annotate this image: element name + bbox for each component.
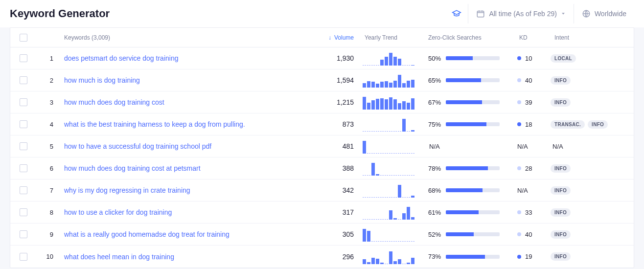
keyword-link[interactable]: what is a really good homemadse dog trea… bbox=[64, 230, 230, 238]
row-select-cell bbox=[10, 76, 37, 84]
intent-tag: LOCAL bbox=[551, 54, 576, 63]
volume-value: 873 bbox=[288, 120, 361, 128]
trend-sparkline bbox=[361, 161, 424, 176]
keyword-cell: what is a really good homemadse dog trea… bbox=[60, 230, 288, 238]
select-all-checkbox[interactable] bbox=[20, 34, 27, 42]
table-header: Keywords (3,009) ↓ Volume Yearly Trend Z… bbox=[10, 28, 634, 47]
kd-value: 40 bbox=[525, 231, 532, 238]
row-checkbox[interactable] bbox=[20, 54, 27, 62]
kd-value: 33 bbox=[525, 209, 532, 216]
sort-desc-icon: ↓ bbox=[328, 34, 331, 41]
row-checkbox[interactable] bbox=[20, 142, 27, 150]
zeroclick-bar bbox=[446, 210, 500, 214]
region-picker[interactable]: Worldwide bbox=[574, 0, 634, 27]
volume-value: 305 bbox=[288, 230, 361, 238]
kd-value: 19 bbox=[525, 253, 532, 260]
zeroclick-cell: 75% bbox=[424, 121, 515, 128]
keyword-link[interactable]: how much does dog training cost bbox=[64, 98, 164, 106]
kd-value: 28 bbox=[525, 165, 532, 172]
table-row: 6how much does dog training cost at pets… bbox=[10, 157, 634, 179]
intent-cell: TRANSAC.INFO bbox=[551, 120, 634, 129]
kd-cell: 10 bbox=[515, 55, 551, 62]
date-range-picker[interactable]: All time (As of Feb 29) bbox=[468, 0, 574, 27]
row-checkbox[interactable] bbox=[20, 253, 27, 261]
page-header: Keyword Generator All time (As of Feb 29… bbox=[0, 0, 644, 27]
zeroclick-pct: 75% bbox=[424, 121, 441, 128]
volume-value: 1,930 bbox=[288, 54, 361, 62]
row-checkbox[interactable] bbox=[20, 230, 27, 238]
keyword-cell: how to use a clicker for dog training bbox=[60, 208, 288, 216]
zeroclick-pct: 67% bbox=[424, 99, 441, 106]
zeroclick-pct: 50% bbox=[424, 55, 441, 62]
intent-cell: INFO bbox=[551, 252, 634, 261]
col-volume[interactable]: ↓ Volume bbox=[288, 34, 361, 41]
zeroclick-bar bbox=[446, 188, 500, 192]
zeroclick-pct: 73% bbox=[424, 253, 441, 260]
row-checkbox[interactable] bbox=[20, 98, 27, 106]
kd-dot bbox=[517, 78, 521, 82]
col-trend[interactable]: Yearly Trend bbox=[361, 34, 424, 41]
row-select-cell bbox=[10, 208, 37, 216]
keyword-link[interactable]: what does heel mean in dog training bbox=[64, 253, 174, 261]
kd-dot bbox=[517, 232, 521, 236]
keyword-link[interactable]: how much is dog training bbox=[64, 76, 140, 84]
kd-na: N/A bbox=[517, 143, 528, 150]
intent-cell: INFO bbox=[551, 164, 634, 173]
academy-icon[interactable] bbox=[445, 0, 468, 27]
table-row: 8how to use a clicker for dog training31… bbox=[10, 202, 634, 224]
zeroclick-pct: 52% bbox=[424, 231, 441, 238]
keyword-link[interactable]: how to have a successful dog training sc… bbox=[64, 142, 211, 150]
zeroclick-cell: 73% bbox=[424, 253, 515, 260]
row-checkbox[interactable] bbox=[20, 186, 27, 194]
keyword-link[interactable]: what is the best training harness to kee… bbox=[64, 120, 245, 128]
intent-cell: LOCAL bbox=[551, 54, 634, 63]
keyword-link[interactable]: how much does dog training cost at petsm… bbox=[64, 164, 201, 172]
row-number: 8 bbox=[37, 209, 60, 216]
keyword-cell: what does heel mean in dog training bbox=[60, 253, 288, 261]
zeroclick-bar bbox=[446, 232, 500, 236]
row-number: 5 bbox=[37, 143, 60, 150]
trend-sparkline bbox=[361, 183, 424, 198]
intent-tag: INFO bbox=[551, 230, 571, 239]
kd-value: 10 bbox=[525, 55, 532, 62]
table-row: 2how much is dog training1,59465%40INFO bbox=[10, 69, 634, 91]
zeroclick-cell: 65% bbox=[424, 77, 515, 84]
keyword-cell: how much does dog training cost at petsm… bbox=[60, 164, 288, 172]
zeroclick-cell: 50% bbox=[424, 55, 515, 62]
volume-value: 1,215 bbox=[288, 98, 361, 106]
trend-sparkline bbox=[361, 139, 424, 154]
row-number: 9 bbox=[37, 231, 60, 238]
kd-cell: 40 bbox=[515, 77, 551, 84]
kd-dot bbox=[517, 166, 521, 170]
table-row: 10what does heel mean in dog training296… bbox=[10, 246, 634, 268]
keyword-table: Keywords (3,009) ↓ Volume Yearly Trend Z… bbox=[10, 27, 634, 268]
row-select-cell bbox=[10, 230, 37, 238]
keyword-link[interactable]: does petsmart do service dog training bbox=[64, 54, 178, 62]
zeroclick-na: N/A bbox=[424, 143, 440, 150]
keyword-link[interactable]: how to use a clicker for dog training bbox=[64, 208, 172, 216]
zeroclick-cell: 61% bbox=[424, 209, 515, 216]
volume-value: 317 bbox=[288, 208, 361, 216]
row-number: 1 bbox=[37, 55, 60, 62]
row-checkbox[interactable] bbox=[20, 76, 27, 84]
col-kd[interactable]: KD bbox=[515, 34, 551, 41]
header-controls: All time (As of Feb 29) Worldwide bbox=[445, 0, 634, 27]
zeroclick-cell: 67% bbox=[424, 99, 515, 106]
row-checkbox[interactable] bbox=[20, 208, 27, 216]
volume-value: 296 bbox=[288, 253, 361, 261]
row-number: 4 bbox=[37, 121, 60, 128]
col-intent[interactable]: Intent bbox=[551, 34, 634, 41]
col-keywords[interactable]: Keywords (3,009) bbox=[60, 34, 288, 41]
row-select-cell bbox=[10, 142, 37, 150]
col-zeroclick[interactable]: Zero-Click Searches bbox=[424, 34, 515, 41]
table-row: 1does petsmart do service dog training1,… bbox=[10, 47, 634, 69]
row-checkbox[interactable] bbox=[20, 164, 27, 172]
zeroclick-cell: 68% bbox=[424, 187, 515, 194]
intent-tag: INFO bbox=[551, 252, 571, 261]
zeroclick-cell: 78% bbox=[424, 165, 515, 172]
trend-sparkline bbox=[361, 51, 424, 66]
chevron-down-icon bbox=[561, 11, 566, 16]
row-checkbox[interactable] bbox=[20, 120, 27, 128]
keyword-link[interactable]: why is my dog regressing in crate traini… bbox=[64, 186, 190, 194]
row-select-cell bbox=[10, 98, 37, 106]
